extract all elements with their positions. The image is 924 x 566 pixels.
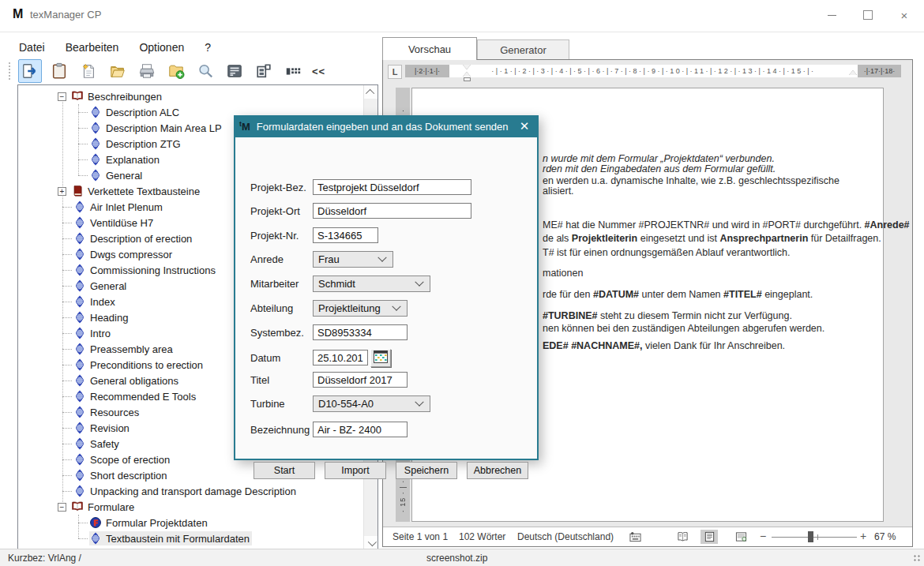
word-status-bar: Seite 1 von 1 102 Wörter Deutsch (Deutsc…: [383, 527, 912, 546]
app-window: M texManager CP × Datei Bearbeiten Optio…: [0, 0, 924, 566]
calendar-button[interactable]: [370, 349, 391, 367]
dialog-close-icon[interactable]: ✕: [516, 118, 532, 134]
tree-expander-minus-icon[interactable]: −: [58, 92, 66, 101]
toolbar-grip[interactable]: [8, 62, 11, 81]
page-count[interactable]: Seite 1 von 1: [393, 531, 448, 542]
datum-input[interactable]: [313, 350, 368, 365]
field-label-projekt-bez: Projekt-Bez.: [250, 182, 306, 193]
tree-connector-stub: [78, 538, 88, 539]
tree-expander-minus-icon[interactable]: −: [58, 503, 66, 512]
toolbar: <<: [8, 58, 325, 84]
dialog-title-bar[interactable]: tM Formulardaten eingeben und an das Dok…: [234, 115, 539, 137]
zoom-in-button[interactable]: +: [860, 530, 866, 542]
read-mode-icon[interactable]: [674, 530, 691, 544]
bezeichnung-input[interactable]: [313, 422, 408, 437]
zoom-slider-track[interactable]: [772, 537, 857, 538]
book-open-icon: [71, 500, 84, 513]
print-icon: [138, 62, 156, 80]
field-label-turbine: Turbine: [250, 398, 285, 410]
book-open-icon: [71, 90, 84, 103]
tree-item-formular-projektdaten[interactable]: Formular Projektdaten: [18, 515, 364, 530]
document-line: nen können bei den zuständigen Abteilung…: [543, 323, 824, 334]
scroll-down-icon[interactable]: [364, 536, 377, 549]
menu-bearbeiten[interactable]: Bearbeiten: [66, 41, 119, 54]
preview-list-button[interactable]: [223, 59, 246, 83]
dialog-body: Projekt-Bez.Projekt-OrtProjekt-Nr.Anrede…: [235, 137, 537, 459]
first-line-indent-marker[interactable]: [463, 65, 471, 69]
minimize-button[interactable]: [821, 6, 842, 24]
zoom-slider-handle[interactable]: [808, 531, 813, 542]
anrede-dropdown[interactable]: Frau: [313, 251, 393, 268]
close-button[interactable]: ×: [894, 6, 915, 24]
menu-help[interactable]: ?: [205, 41, 211, 54]
resize-grip[interactable]: [913, 554, 921, 562]
tab-generator[interactable]: Generator: [477, 39, 569, 60]
print-button[interactable]: [135, 59, 159, 83]
tree-connector-stub: [62, 380, 72, 381]
new-document-button[interactable]: [77, 59, 100, 83]
tree-item-unpacking-and-transport-damage-description[interactable]: Unpacking and transport damage Descripti…: [18, 483, 364, 499]
menu-bar: Datei Bearbeiten Optionen ?: [19, 41, 211, 54]
maximize-button[interactable]: [858, 6, 878, 24]
tree-item-beschreibungen[interactable]: −Beschreibungen: [18, 88, 364, 104]
start-button[interactable]: Start: [254, 462, 315, 479]
projekt-bez-input[interactable]: [313, 179, 471, 195]
titel-input[interactable]: [313, 372, 408, 388]
mitarbeiter-dropdown[interactable]: Schmidt: [313, 276, 430, 292]
tree-connector-stub: [78, 112, 88, 113]
tree-connector-stub: [78, 144, 88, 144]
abteilung-dropdown[interactable]: Projektleitung: [313, 300, 408, 317]
file-name-status: screenshot.zip: [426, 553, 487, 564]
tab-vorschau[interactable]: Vorschau: [382, 37, 477, 60]
abbrechen-button[interactable]: Abbrechen: [467, 462, 528, 479]
open-folder-button[interactable]: [106, 59, 130, 83]
projekt-nr-input[interactable]: [313, 227, 378, 243]
collapse-toolbar-button[interactable]: <<: [312, 66, 325, 77]
document-line: EDE# #NACHNAME#, vielen Dank für Ihr Ans…: [543, 340, 785, 351]
macro-record-icon[interactable]: [626, 530, 644, 544]
window-layout-button[interactable]: [252, 59, 276, 83]
tree-connector-stub: [62, 333, 72, 334]
left-indent-marker[interactable]: [464, 77, 471, 81]
menu-optionen[interactable]: Optionen: [139, 41, 184, 54]
systembez-input[interactable]: [313, 324, 408, 340]
tree-connector-stub: [78, 523, 88, 523]
module-icon: [73, 264, 86, 276]
module-icon: [73, 469, 86, 482]
field-label-systembez: Systembez.: [250, 327, 304, 339]
turbine-dropdown[interactable]: D10-554-A0: [313, 395, 430, 412]
zoom-out-button[interactable]: −: [760, 530, 766, 542]
right-indent-marker[interactable]: [849, 70, 857, 75]
projekt-ort-input[interactable]: [313, 203, 471, 219]
tree-expander-plus-icon[interactable]: +: [58, 187, 66, 196]
document-line: de als Projektleiterin eingesetzt und is…: [543, 233, 881, 244]
clipboard-button[interactable]: [47, 59, 71, 83]
tree-item-textbaustein-mit-formulardaten[interactable]: Textbaustein mit Formulardaten: [18, 530, 364, 546]
web-layout-icon[interactable]: [732, 530, 749, 544]
hanging-indent-marker[interactable]: [463, 72, 471, 77]
zoom-level[interactable]: 67 %: [874, 531, 896, 542]
language-indicator[interactable]: Deutsch (Deutschland): [517, 531, 614, 542]
tree-item-label: Description ALC: [106, 107, 179, 118]
tree-item-label: Formular Projektdaten: [106, 517, 208, 529]
tree-connector-stub: [62, 428, 72, 429]
scroll-up-icon[interactable]: [364, 85, 377, 99]
send-to-document-button[interactable]: [18, 59, 42, 83]
tab-stop-selector[interactable]: L: [388, 65, 402, 79]
field-label-abteilung: Abteilung: [250, 302, 293, 314]
menu-datei[interactable]: Datei: [19, 41, 45, 54]
grid-view-button[interactable]: [281, 59, 305, 83]
tree-connector-stub: [62, 349, 72, 350]
tree-item-formulare[interactable]: −Formulare: [18, 499, 364, 515]
dialog-field-abteilung: AbteilungProjektleitung: [235, 300, 537, 317]
module-icon: [73, 485, 86, 497]
print-layout-icon[interactable]: [701, 530, 718, 544]
add-folder-button[interactable]: [164, 59, 188, 83]
word-count[interactable]: 102 Wörter: [459, 531, 505, 542]
clipboard-icon: [51, 62, 68, 80]
speichern-button[interactable]: Speichern: [396, 462, 457, 479]
import-button[interactable]: Import: [325, 462, 386, 479]
dialog-app-icon: tM: [239, 121, 250, 132]
search-button[interactable]: [193, 59, 217, 83]
tree-connector-stub: [62, 444, 72, 444]
